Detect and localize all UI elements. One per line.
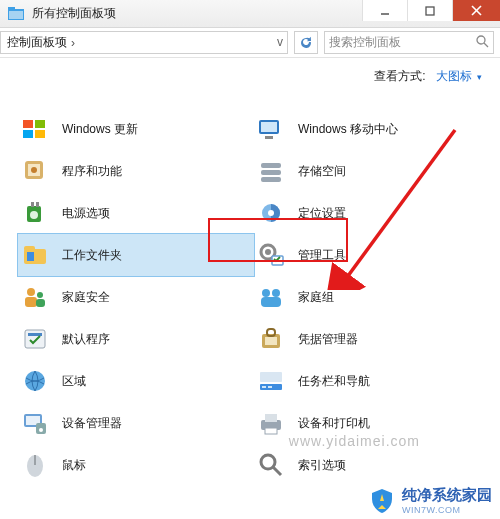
item-storage-spaces[interactable]: 存储空间 (254, 150, 490, 192)
power-options-icon (20, 198, 50, 228)
item-label: Windows 移动中心 (298, 121, 398, 138)
item-homegroup[interactable]: 家庭组 (254, 276, 490, 318)
item-label: 默认程序 (62, 331, 110, 348)
svg-rect-19 (261, 163, 281, 168)
breadcrumb[interactable]: 控制面板项 › v (0, 31, 288, 54)
search-icon (476, 35, 489, 51)
item-default-programs[interactable]: 默认程序 (18, 318, 254, 360)
view-by-dropdown[interactable]: 大图标 ▾ (436, 68, 482, 85)
svg-rect-50 (260, 372, 282, 382)
svg-rect-2 (9, 11, 23, 19)
svg-rect-41 (25, 330, 45, 348)
svg-rect-44 (265, 337, 277, 345)
footer-brand-sub: WIN7W.COM (402, 505, 492, 515)
default-programs-icon (20, 324, 50, 354)
breadcrumb-segment[interactable]: 控制面板项 (7, 34, 67, 51)
control-panel-grid: Windows 更新 Windows 移动中心 程序和功能 存储空间 电源选项 … (0, 94, 500, 486)
svg-rect-29 (24, 246, 35, 251)
svg-point-39 (272, 289, 280, 297)
svg-point-34 (27, 288, 35, 296)
item-label: 程序和功能 (62, 163, 122, 180)
shield-icon (368, 487, 396, 515)
item-admin-tools[interactable]: 管理工具 (254, 234, 490, 276)
device-manager-icon (20, 408, 50, 438)
item-work-folders[interactable]: 工作文件夹 (18, 234, 254, 276)
search-placeholder: 搜索控制面板 (329, 34, 476, 51)
item-label: 任务栏和导航 (298, 373, 370, 390)
location-settings-icon (256, 198, 286, 228)
svg-rect-40 (261, 297, 281, 307)
item-credential-manager[interactable]: 凭据管理器 (254, 318, 490, 360)
svg-rect-48 (262, 386, 266, 388)
svg-rect-12 (35, 130, 45, 138)
svg-rect-21 (261, 177, 281, 182)
item-mobility-center[interactable]: Windows 移动中心 (254, 108, 490, 150)
svg-rect-9 (23, 120, 33, 128)
title-bar: 所有控制面板项 (0, 0, 500, 28)
maximize-button[interactable] (407, 0, 452, 21)
item-label: 设备和打印机 (298, 415, 370, 432)
item-indexing-options[interactable]: 索引选项 (254, 444, 490, 486)
close-button[interactable] (452, 0, 500, 21)
programs-features-icon (20, 156, 50, 186)
item-power-options[interactable]: 电源选项 (18, 192, 254, 234)
family-safety-icon (20, 282, 50, 312)
item-label: 鼠标 (62, 457, 86, 474)
footer-brand: 纯净系统家园 (402, 486, 492, 505)
mouse-icon (20, 450, 50, 480)
svg-rect-11 (23, 130, 33, 138)
item-label: 存储空间 (298, 163, 346, 180)
svg-rect-42 (28, 333, 42, 336)
refresh-button[interactable] (294, 31, 318, 54)
item-label: 定位设置 (298, 205, 346, 222)
item-windows-update[interactable]: Windows 更新 (18, 108, 254, 150)
footer-logo: 纯净系统家园 WIN7W.COM (368, 486, 492, 515)
indexing-options-icon (256, 450, 286, 480)
svg-rect-20 (261, 170, 281, 175)
svg-rect-49 (268, 386, 272, 388)
taskbar-navigation-icon (256, 366, 286, 396)
item-region[interactable]: 区域 (18, 360, 254, 402)
work-folders-icon (20, 240, 50, 270)
svg-rect-30 (27, 252, 34, 261)
svg-rect-10 (35, 120, 45, 128)
svg-point-25 (30, 211, 38, 219)
chevron-down-icon: ▾ (477, 72, 482, 82)
window-buttons (362, 0, 500, 21)
svg-point-60 (261, 455, 275, 469)
item-programs-features[interactable]: 程序和功能 (18, 150, 254, 192)
svg-rect-4 (426, 7, 434, 15)
svg-rect-1 (8, 7, 15, 11)
svg-point-35 (37, 292, 43, 298)
item-label: 工作文件夹 (62, 247, 122, 264)
view-by-row: 查看方式: 大图标 ▾ (0, 58, 500, 94)
item-label: 家庭组 (298, 289, 334, 306)
storage-spaces-icon (256, 156, 286, 186)
item-label: 索引选项 (298, 457, 346, 474)
svg-rect-15 (265, 136, 273, 139)
svg-rect-37 (36, 299, 45, 307)
svg-line-8 (484, 43, 488, 47)
item-device-manager[interactable]: 设备管理器 (18, 402, 254, 444)
control-panel-folder-icon (8, 6, 24, 22)
minimize-button[interactable] (362, 0, 407, 21)
credential-manager-icon (256, 324, 286, 354)
item-mouse[interactable]: 鼠标 (18, 444, 254, 486)
admin-tools-icon (256, 240, 286, 270)
item-label: 设备管理器 (62, 415, 122, 432)
search-input[interactable]: 搜索控制面板 (324, 31, 494, 54)
item-devices-printers[interactable]: 设备和打印机 (254, 402, 490, 444)
item-location-settings[interactable]: 定位设置 (254, 192, 490, 234)
item-family-safety[interactable]: 家庭安全 (18, 276, 254, 318)
chevron-down-icon[interactable]: v (277, 35, 283, 49)
region-icon (20, 366, 50, 396)
svg-rect-14 (261, 122, 277, 132)
view-by-label: 查看方式: (374, 68, 425, 85)
window-title: 所有控制面板项 (32, 5, 116, 22)
svg-point-18 (31, 167, 37, 173)
item-taskbar-navigation[interactable]: 任务栏和导航 (254, 360, 490, 402)
chevron-right-icon[interactable]: › (71, 36, 75, 50)
svg-point-38 (262, 289, 270, 297)
svg-rect-57 (265, 428, 277, 434)
svg-rect-23 (31, 202, 34, 207)
